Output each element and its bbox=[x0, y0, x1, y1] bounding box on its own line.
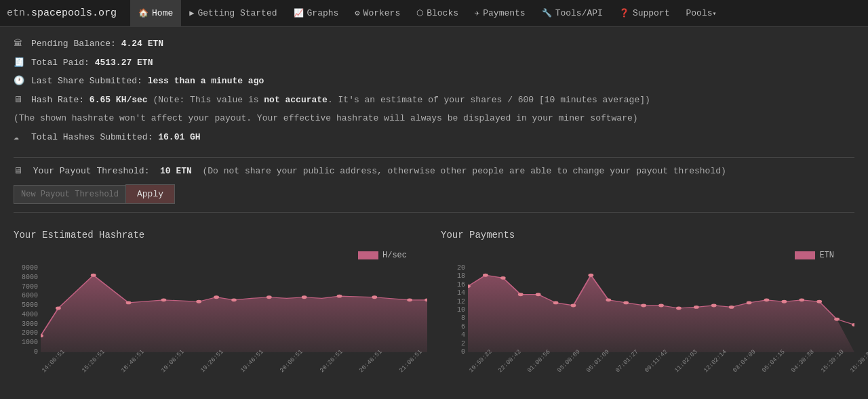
hashrate-label: Hash Rate: bbox=[31, 93, 84, 107]
svg-point-12 bbox=[372, 295, 377, 299]
hashrate-note: (Note: This value is not accurate. It's … bbox=[153, 93, 650, 107]
tools-icon: 🔧 bbox=[542, 8, 552, 18]
payments-chart-title: Your Payments bbox=[441, 230, 854, 240]
nav-tools[interactable]: 🔧 Tools/API bbox=[534, 0, 611, 27]
svg-point-18 bbox=[500, 276, 506, 280]
cloud-icon: ☁ bbox=[14, 131, 26, 144]
hashrate-legend: H/sec bbox=[358, 251, 407, 260]
payout-icon: 🖥 bbox=[14, 166, 22, 176]
pending-value: 4.24 ETN bbox=[121, 37, 163, 51]
brand-domain: spacepools.org bbox=[31, 7, 117, 19]
svg-point-27 bbox=[658, 304, 664, 308]
nav-workers[interactable]: ⚙ Workers bbox=[347, 0, 408, 27]
payments-legend-color bbox=[795, 251, 815, 259]
svg-point-24 bbox=[606, 298, 611, 301]
total-paid-value: 4513.27 ETN bbox=[95, 56, 153, 70]
svg-point-22 bbox=[571, 304, 576, 308]
payments-x-axis: 19:59:22 22:00:42 01:00:56 03:00:09 05:0… bbox=[468, 366, 854, 376]
svg-point-30 bbox=[711, 304, 717, 308]
threshold-value: 10 ETN bbox=[160, 166, 192, 176]
workers-icon: ⚙ bbox=[355, 8, 359, 18]
nav-blocks[interactable]: ⬡ Blocks bbox=[408, 0, 467, 27]
home-icon: 🏠 bbox=[138, 8, 149, 18]
payments-y-axis: 20 18 16 14 12 10 8 6 4 2 0 bbox=[441, 264, 468, 356]
svg-point-33 bbox=[764, 298, 770, 301]
hashrate-legend-color bbox=[358, 251, 378, 259]
svg-point-36 bbox=[816, 300, 822, 303]
last-share-value: less than a minute ago bbox=[148, 75, 264, 88]
svg-point-3 bbox=[91, 274, 96, 277]
total-paid-row: 🧾 Total Paid: 4513.27 ETN bbox=[14, 56, 854, 70]
payout-info: 🖥 Your Payout Threshold: 10 ETN (Do not … bbox=[14, 166, 854, 176]
svg-point-10 bbox=[302, 295, 307, 299]
graphs-icon: 📈 bbox=[294, 8, 304, 18]
navbar: etn.spacepools.org 🏠 Home ▶ Getting Star… bbox=[0, 0, 868, 27]
last-share-row: 🕐 Last Share Submitted: less than a minu… bbox=[14, 75, 854, 88]
svg-point-20 bbox=[536, 293, 541, 296]
svg-point-31 bbox=[729, 306, 734, 309]
svg-point-7 bbox=[214, 295, 219, 299]
svg-point-35 bbox=[799, 298, 804, 301]
hashrate-icon: 🖥 bbox=[14, 93, 26, 107]
payments-chart-wrapper: ETN 20 18 16 14 12 10 8 6 4 2 0 bbox=[441, 251, 854, 376]
payments-icon: ✈ bbox=[475, 8, 479, 18]
svg-point-19 bbox=[518, 293, 524, 296]
nav-workers-label: Workers bbox=[363, 8, 401, 18]
hashrate-row: 🖥 Hash Rate: 6.65 KH/sec (Note: This val… bbox=[14, 93, 854, 107]
svg-marker-15 bbox=[468, 275, 854, 352]
svg-point-6 bbox=[196, 300, 201, 303]
payments-legend-label: ETN bbox=[819, 251, 834, 260]
payout-section: 🖥 Your Payout Threshold: 10 ETN (Do not … bbox=[14, 157, 854, 213]
pending-balance-row: 🏛 Pending Balance: 4.24 ETN bbox=[14, 37, 854, 51]
svg-point-4 bbox=[126, 301, 132, 304]
brand-prefix: etn. bbox=[7, 7, 31, 19]
getting-started-icon: ▶ bbox=[189, 8, 194, 18]
hashrate-legend-label: H/sec bbox=[382, 251, 407, 260]
hashrate-warning-row: (The shown hashrate won't affect your pa… bbox=[14, 112, 854, 125]
svg-point-32 bbox=[747, 301, 752, 304]
hashrate-warning: (The shown hashrate won't affect your pa… bbox=[14, 112, 638, 125]
nav-pools-label: Pools bbox=[686, 8, 712, 18]
svg-point-5 bbox=[161, 298, 166, 301]
hashrate-svg bbox=[41, 264, 427, 352]
new-payout-threshold-input[interactable] bbox=[14, 185, 125, 204]
nav-support-label: Support bbox=[633, 8, 670, 18]
not-accurate-text: not accurate bbox=[264, 95, 328, 105]
nav-home[interactable]: 🏠 Home bbox=[130, 0, 181, 27]
nav-graphs[interactable]: 📈 Graphs bbox=[285, 0, 347, 27]
svg-point-28 bbox=[676, 307, 682, 310]
svg-point-26 bbox=[641, 304, 646, 308]
nav-home-label: Home bbox=[152, 8, 173, 18]
nav-blocks-label: Blocks bbox=[427, 8, 458, 18]
svg-point-23 bbox=[588, 274, 593, 277]
pending-label: Pending Balance: bbox=[31, 37, 116, 51]
nav-tools-label: Tools/API bbox=[555, 8, 603, 18]
nav-pools[interactable]: Pools bbox=[677, 0, 724, 27]
total-hashes-row: ☁ Total Hashes Submitted: 16.01 GH bbox=[14, 131, 854, 144]
payments-chart-container: Your Payments ETN 20 18 16 14 12 10 8 6 … bbox=[441, 230, 854, 376]
payout-form: Apply bbox=[14, 184, 854, 204]
svg-point-8 bbox=[231, 298, 237, 301]
svg-point-34 bbox=[781, 300, 787, 303]
clock-icon: 🕐 bbox=[14, 75, 26, 88]
support-icon: ❓ bbox=[619, 8, 629, 18]
total-hashes-label: Total Hashes Submitted: bbox=[31, 131, 153, 144]
apply-button[interactable]: Apply bbox=[125, 184, 175, 204]
svg-point-11 bbox=[337, 295, 342, 298]
nav-support[interactable]: ❓ Support bbox=[611, 0, 678, 27]
hashrate-chart-wrapper: H/sec 9000 8000 7000 6000 5000 4000 3000… bbox=[14, 251, 427, 376]
payments-svg bbox=[468, 264, 854, 352]
nav-graphs-label: Graphs bbox=[307, 8, 339, 18]
hashrate-chart-title: Your Estimated Hashrate bbox=[14, 230, 427, 240]
svg-point-37 bbox=[834, 318, 840, 321]
charts-section: Your Estimated Hashrate H/sec 9000 8000 … bbox=[14, 230, 854, 376]
brand-logo[interactable]: etn.spacepools.org bbox=[7, 7, 117, 19]
nav-payments[interactable]: ✈ Payments bbox=[467, 0, 534, 27]
receipt-icon: 🧾 bbox=[14, 56, 26, 70]
svg-point-29 bbox=[694, 306, 699, 309]
hashrate-value: 6.65 KH/sec bbox=[90, 93, 148, 107]
nav-getting-started[interactable]: ▶ Getting Started bbox=[181, 0, 285, 27]
nav-getting-started-label: Getting Started bbox=[198, 8, 277, 18]
svg-point-17 bbox=[483, 274, 488, 277]
svg-point-25 bbox=[623, 301, 629, 304]
